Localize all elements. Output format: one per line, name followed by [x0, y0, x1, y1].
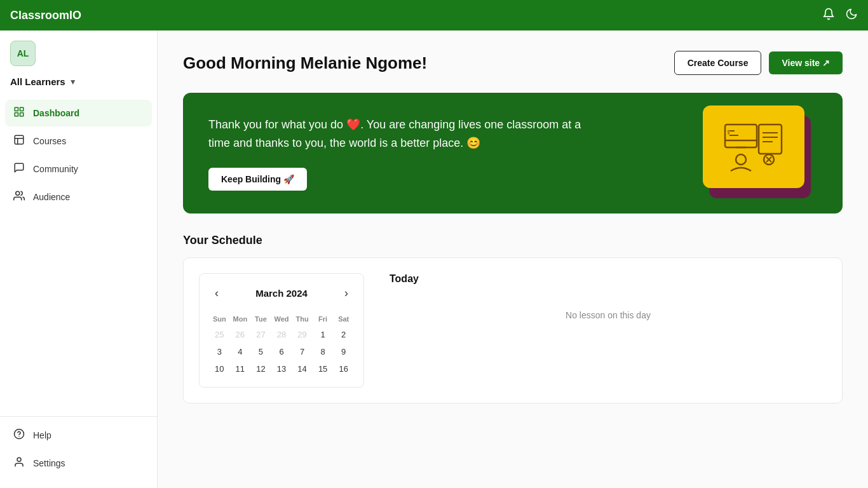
page-title: Good Morning Melanie Ngome!	[183, 53, 674, 73]
cal-day-28[interactable]: 28	[272, 327, 292, 342]
cal-day-12[interactable]: 12	[251, 361, 271, 377]
dow-mon: Mon	[231, 313, 250, 325]
no-lesson-text: No lesson on this day	[390, 310, 827, 320]
sidebar-item-dashboard-label: Dashboard	[33, 108, 79, 118]
app-layout: AL All Learners ▼ Dashboard	[0, 30, 868, 488]
avatar: AL	[10, 41, 36, 66]
nav-icons	[822, 8, 858, 24]
dow-sat: Sat	[334, 313, 353, 325]
cal-day-16[interactable]: 16	[334, 361, 353, 377]
cal-day-2[interactable]: 2	[334, 327, 353, 342]
sidebar-item-dashboard[interactable]: Dashboard	[5, 100, 152, 126]
calendar-header: ‹ March 2024 ›	[210, 284, 353, 302]
cal-day-14[interactable]: 14	[292, 361, 312, 377]
sidebar-item-community-label: Community	[33, 164, 78, 174]
cal-day-1[interactable]: 1	[313, 327, 333, 342]
sidebar-item-courses[interactable]: Courses	[5, 128, 152, 154]
sidebar-item-community[interactable]: Community	[5, 156, 152, 182]
today-title: Today	[390, 273, 827, 285]
banner-illustration: $ _	[703, 105, 817, 201]
sidebar-item-audience-label: Audience	[33, 192, 70, 202]
help-icon	[13, 428, 25, 442]
welcome-banner: Thank you for what you do ❤️. You are ch…	[183, 93, 843, 214]
calendar-prev-button[interactable]: ‹	[210, 284, 224, 302]
calendar-month: March 2024	[255, 288, 308, 299]
svg-rect-4	[15, 135, 24, 144]
svg-point-10	[17, 458, 21, 461]
sidebar-nav: Dashboard Courses Community	[0, 97, 157, 416]
svg-rect-2	[20, 113, 24, 116]
calendar-grid: Sun Mon Tue Wed Thu Fri Sat 25 26 27 28 …	[210, 313, 353, 377]
dow-tue: Tue	[251, 313, 271, 325]
notification-icon[interactable]	[822, 8, 835, 24]
header-actions: Create Course View site ↗	[674, 51, 843, 75]
sidebar-item-help-label: Help	[33, 430, 51, 440]
svg-text:$ _: $ _	[727, 130, 736, 135]
schedule-card: ‹ March 2024 › Sun Mon Tue Wed Thu Fri S…	[183, 257, 843, 403]
sidebar: AL All Learners ▼ Dashboard	[0, 30, 158, 488]
dow-wed: Wed	[272, 313, 292, 325]
svg-point-21	[736, 154, 746, 165]
calendar: ‹ March 2024 › Sun Mon Tue Wed Thu Fri S…	[199, 273, 364, 388]
today-panel: Today No lesson on this day	[390, 273, 827, 388]
sidebar-item-help[interactable]: Help	[5, 422, 152, 449]
sidebar-item-courses-label: Courses	[33, 136, 66, 146]
sidebar-item-settings-label: Settings	[33, 458, 65, 468]
settings-icon	[13, 456, 25, 470]
cal-day-8[interactable]: 8	[313, 344, 333, 360]
cal-day-6[interactable]: 6	[272, 344, 292, 360]
dow-fri: Fri	[313, 313, 333, 325]
cal-day-11[interactable]: 11	[231, 361, 250, 377]
cal-day-7[interactable]: 7	[292, 344, 312, 360]
cal-day-26[interactable]: 26	[231, 327, 250, 342]
schedule-title: Your Schedule	[183, 234, 843, 247]
calendar-next-button[interactable]: ›	[339, 284, 353, 302]
main-content: Good Morning Melanie Ngome! Create Cours…	[158, 30, 868, 488]
audience-icon	[13, 190, 25, 204]
view-site-button[interactable]: View site ↗	[769, 51, 843, 74]
community-icon	[13, 162, 25, 176]
dow-thu: Thu	[292, 313, 312, 325]
dashboard-icon	[13, 106, 25, 120]
top-navigation: ClassroomIO	[0, 0, 868, 30]
dark-mode-icon[interactable]	[845, 8, 858, 24]
sidebar-item-settings[interactable]: Settings	[5, 450, 152, 477]
cal-day-13[interactable]: 13	[272, 361, 292, 377]
chevron-down-icon: ▼	[69, 78, 77, 86]
svg-point-7	[16, 191, 20, 195]
svg-rect-17	[759, 125, 782, 154]
cal-day-10[interactable]: 10	[210, 361, 229, 377]
sidebar-bottom: Help Settings	[0, 416, 157, 488]
dow-sun: Sun	[210, 313, 229, 325]
keep-building-button[interactable]: Keep Building 🚀	[208, 168, 307, 191]
illustration-card: $ _	[703, 105, 804, 188]
svg-rect-0	[15, 107, 18, 111]
cal-day-5[interactable]: 5	[251, 344, 271, 360]
learners-label: All Learners	[10, 76, 65, 87]
cal-day-15[interactable]: 15	[313, 361, 333, 377]
cal-day-27[interactable]: 27	[251, 327, 271, 342]
svg-rect-3	[15, 113, 18, 116]
page-header: Good Morning Melanie Ngome! Create Cours…	[183, 51, 843, 75]
cal-day-25[interactable]: 25	[210, 327, 229, 342]
sidebar-item-audience[interactable]: Audience	[5, 184, 152, 210]
svg-rect-1	[20, 107, 24, 111]
create-course-button[interactable]: Create Course	[674, 51, 762, 75]
banner-message: Thank you for what you do ❤️. You are ch…	[208, 116, 602, 152]
learners-dropdown[interactable]: All Learners ▼	[0, 71, 157, 97]
app-logo: ClassroomIO	[10, 9, 822, 22]
cal-day-9[interactable]: 9	[334, 344, 353, 360]
courses-icon	[13, 134, 25, 148]
cal-day-3[interactable]: 3	[210, 344, 229, 360]
illustration-svg: $ _	[722, 121, 785, 172]
cal-day-4[interactable]: 4	[231, 344, 250, 360]
cal-day-29[interactable]: 29	[292, 327, 312, 342]
